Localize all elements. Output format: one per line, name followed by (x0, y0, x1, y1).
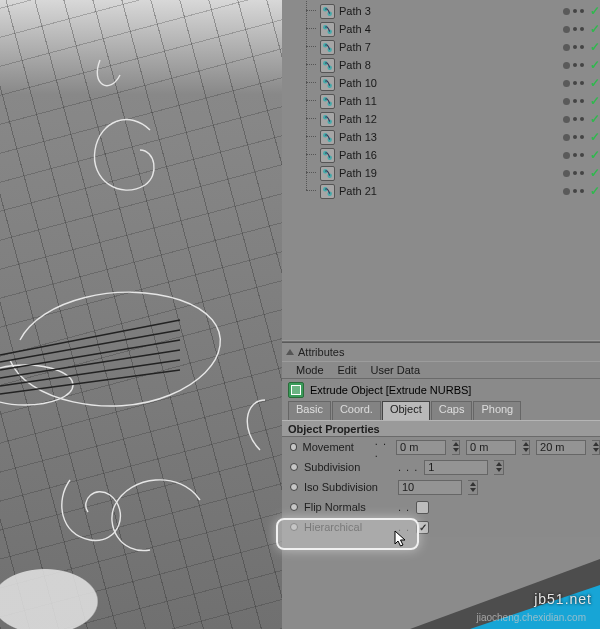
path-object-icon (320, 58, 335, 73)
tree-item-label: Path 3 (339, 5, 371, 17)
check-icon[interactable]: ✓ (590, 94, 600, 108)
watermark-text: jb51.net (534, 591, 592, 607)
layer-dots[interactable] (563, 116, 584, 123)
param-bullet-icon (290, 483, 298, 491)
check-icon[interactable]: ✓ (590, 40, 600, 54)
layer-dots[interactable] (563, 98, 584, 105)
dots-separator: . . . (375, 435, 390, 459)
tree-item[interactable]: Path 12✓ (320, 110, 600, 128)
movement-x-field[interactable]: 0 m (396, 440, 446, 455)
layer-dots[interactable] (563, 62, 584, 69)
attributes-menu-bar: Mode Edit User Data (282, 361, 600, 379)
tree-item-label: Path 19 (339, 167, 377, 179)
check-icon[interactable]: ✓ (590, 166, 600, 180)
check-icon[interactable]: ✓ (590, 22, 600, 36)
tree-item[interactable]: Path 8✓ (320, 56, 600, 74)
path-object-icon (320, 76, 335, 91)
check-icon[interactable]: ✓ (590, 130, 600, 144)
iso-subdivision-field[interactable]: 10 (398, 480, 462, 495)
param-bullet-icon (290, 443, 297, 451)
menu-user-data[interactable]: User Data (371, 364, 421, 376)
movement-z-spinner[interactable] (592, 440, 600, 455)
prop-iso-subdivision: Iso Subdivision 10 (282, 477, 600, 497)
path-object-icon (320, 112, 335, 127)
attributes-header[interactable]: Attributes (282, 343, 600, 361)
path-object-icon (320, 94, 335, 109)
prop-flip-normals: Flip Normals . . (282, 497, 600, 517)
check-icon[interactable]: ✓ (590, 148, 600, 162)
prop-movement: Movement . . . 0 m 0 m 20 m (282, 437, 600, 457)
dots-separator: . . (398, 521, 410, 533)
param-bullet-icon (290, 523, 298, 531)
tree-item-label: Path 21 (339, 185, 377, 197)
tree-item-label: Path 10 (339, 77, 377, 89)
viewport-3d[interactable] (0, 0, 282, 629)
tab-phong[interactable]: Phong (473, 401, 521, 420)
object-properties-header: Object Properties (282, 420, 600, 437)
layer-dots[interactable] (563, 188, 584, 195)
tree-item[interactable]: Path 21✓ (320, 182, 600, 200)
object-tree[interactable]: Path 3✓Path 4✓Path 7✓Path 8✓Path 10✓Path… (282, 0, 600, 340)
flip-normals-label: Flip Normals (304, 501, 392, 513)
tree-item-label: Path 11 (339, 95, 377, 107)
flip-normals-checkbox[interactable] (416, 501, 429, 514)
subdivision-spinner[interactable] (494, 460, 504, 475)
tab-basic[interactable]: Basic (288, 401, 331, 420)
attributes-title: Attributes (298, 346, 344, 358)
path-object-icon (320, 166, 335, 181)
subdivision-field[interactable]: 1 (424, 460, 488, 475)
movement-z-field[interactable]: 20 m (536, 440, 586, 455)
tree-item[interactable]: Path 13✓ (320, 128, 600, 146)
dots-separator: . . (398, 501, 410, 513)
path-object-icon (320, 130, 335, 145)
attribute-tabs: Basic Coord. Object Caps Phong (282, 401, 600, 420)
tree-item[interactable]: Path 4✓ (320, 20, 600, 38)
param-bullet-icon (290, 463, 298, 471)
prop-subdivision: Subdivision . . . 1 (282, 457, 600, 477)
path-object-icon (320, 4, 335, 19)
tab-coord[interactable]: Coord. (332, 401, 381, 420)
layer-dots[interactable] (563, 152, 584, 159)
path-object-icon (320, 148, 335, 163)
layer-dots[interactable] (563, 80, 584, 87)
menu-mode[interactable]: Mode (296, 364, 324, 376)
iso-subdivision-spinner[interactable] (468, 480, 478, 495)
layer-dots[interactable] (563, 134, 584, 141)
check-icon[interactable]: ✓ (590, 112, 600, 126)
tree-item-label: Path 12 (339, 113, 377, 125)
check-icon[interactable]: ✓ (590, 58, 600, 72)
movement-x-spinner[interactable] (452, 440, 460, 455)
watermark-subtext: jiaocheng.chexidian.com (476, 612, 586, 623)
tree-item[interactable]: Path 11✓ (320, 92, 600, 110)
menu-edit[interactable]: Edit (338, 364, 357, 376)
movement-y-field[interactable]: 0 m (466, 440, 516, 455)
movement-y-spinner[interactable] (522, 440, 530, 455)
tree-item[interactable]: Path 19✓ (320, 164, 600, 182)
check-icon[interactable]: ✓ (590, 4, 600, 18)
selected-object-row: Extrude Object [Extrude NURBS] (282, 379, 600, 401)
right-panel: Path 3✓Path 4✓Path 7✓Path 8✓Path 10✓Path… (282, 0, 600, 629)
viewport-backplate (0, 537, 150, 629)
layer-dots[interactable] (563, 26, 584, 33)
tab-caps[interactable]: Caps (431, 401, 473, 420)
tree-item[interactable]: Path 3✓ (320, 2, 600, 20)
path-object-icon (320, 184, 335, 199)
layer-dots[interactable] (563, 170, 584, 177)
tree-item[interactable]: Path 16✓ (320, 146, 600, 164)
movement-label: Movement (303, 441, 369, 453)
check-icon[interactable]: ✓ (590, 184, 600, 198)
param-bullet-icon (290, 503, 298, 511)
disclosure-triangle-icon (286, 349, 294, 355)
check-icon[interactable]: ✓ (590, 76, 600, 90)
tab-object[interactable]: Object (382, 401, 430, 420)
path-object-icon (320, 22, 335, 37)
hierarchical-label: Hierarchical (304, 521, 392, 533)
layer-dots[interactable] (563, 8, 584, 15)
prop-hierarchical: Hierarchical . . (282, 517, 600, 537)
extrude-nurbs-icon (288, 382, 304, 398)
tree-item[interactable]: Path 10✓ (320, 74, 600, 92)
layer-dots[interactable] (563, 44, 584, 51)
hierarchical-checkbox[interactable] (416, 521, 429, 534)
tree-item[interactable]: Path 7✓ (320, 38, 600, 56)
iso-subdivision-label: Iso Subdivision (304, 481, 392, 493)
